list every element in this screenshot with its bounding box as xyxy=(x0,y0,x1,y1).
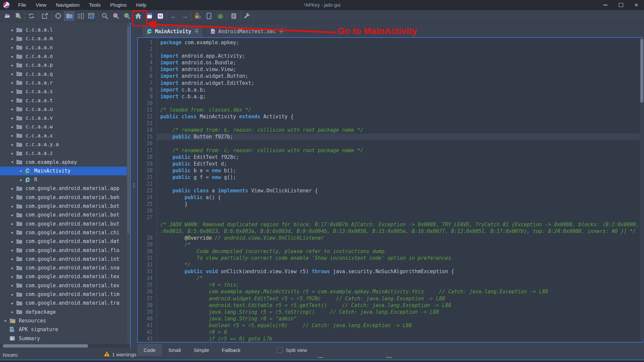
expander-collapsed-icon[interactable]: ▶ xyxy=(9,116,16,120)
export-icon[interactable] xyxy=(39,11,50,21)
expander-collapsed-icon[interactable]: ▶ xyxy=(9,37,16,41)
expander-collapsed-icon[interactable]: ▶ xyxy=(9,99,16,102)
expander-collapsed-icon[interactable]: ▶ xyxy=(9,63,16,67)
device-debug-icon[interactable] xyxy=(204,11,215,21)
expander-collapsed-icon[interactable]: ▶ xyxy=(9,275,16,279)
menu-tools[interactable]: Tools xyxy=(84,2,105,8)
warnings-status[interactable]: 1 warnings xyxy=(104,351,137,357)
expander-collapsed-icon[interactable]: ▶ xyxy=(9,293,16,296)
sync-wheel-icon[interactable] xyxy=(53,11,64,21)
tree-item-com-google-android-material-chi[interactable]: ▶com.google.android.material.chi xyxy=(0,228,131,237)
tree-item-com-example-apkey[interactable]: ▼com.example.apkey xyxy=(0,158,131,166)
tree-item-c-c-a-a-t[interactable]: ▶c.c.a.a.t xyxy=(0,96,131,105)
expander-collapsed-icon[interactable]: ▶ xyxy=(9,81,16,84)
tree-item-defpackage[interactable]: ▶defpackage xyxy=(0,308,131,316)
tree-item-c-c-a-a-q[interactable]: ▶c.c.a.a.q xyxy=(0,69,131,78)
tree-item-com-google-android-material-app[interactable]: ▶com.google.android.material.app xyxy=(0,184,131,193)
tree-item-com-google-android-material-tex[interactable]: ▶com.google.android.material.tex xyxy=(0,272,131,281)
tree-item-c-c-a-a-x[interactable]: ▶c.c.a.a.x xyxy=(0,131,131,140)
tree-item-c-c-a-a-u[interactable]: ▶c.c.a.a.u xyxy=(0,105,131,114)
class-search-icon[interactable] xyxy=(110,11,121,21)
nav-forward-icon[interactable]: → xyxy=(179,11,190,21)
reload-icon[interactable] xyxy=(26,11,37,21)
tree-item-summary[interactable]: Summary xyxy=(0,334,131,343)
tree-item-c-c-a-a-r[interactable]: ▶c.c.a.a.r xyxy=(0,78,131,87)
flat-packages-icon[interactable] xyxy=(64,11,75,21)
expander-collapsed-icon[interactable]: ▶ xyxy=(2,319,9,322)
tree-item-com-google-android-material-bot[interactable]: ▶com.google.android.material.bot xyxy=(0,202,131,210)
view-tab-simple[interactable]: Simple xyxy=(187,344,215,356)
tree-item-com-google-android-material-but[interactable]: ▶com.google.android.material.but xyxy=(0,220,131,228)
expander-collapsed-icon[interactable]: ▶ xyxy=(9,55,16,58)
expander-collapsed-icon[interactable]: ▶ xyxy=(9,310,16,314)
expander-collapsed-icon[interactable]: ▶ xyxy=(9,301,16,305)
preferences-wrench-icon[interactable] xyxy=(241,11,253,21)
close-button[interactable]: × xyxy=(629,0,644,10)
expander-collapsed-icon[interactable]: ▶ xyxy=(9,248,16,252)
split-view-checkbox[interactable] xyxy=(277,347,283,353)
log-viewer-icon[interactable] xyxy=(228,11,239,21)
tree-item-c-c-a-a-m[interactable]: ▶c.c.a.a.m xyxy=(0,34,131,43)
expander-collapsed-icon[interactable]: ▶ xyxy=(9,213,16,217)
expander-collapsed-icon[interactable]: ▶ xyxy=(9,107,16,111)
tree-item-resources[interactable]: ▶Resources xyxy=(0,316,131,325)
expander-collapsed-icon[interactable]: ▶ xyxy=(9,204,16,208)
tree-item-c-c-a-a-v[interactable]: ▶c.c.a.a.v xyxy=(0,114,131,122)
main-activity-home-icon[interactable] xyxy=(132,11,144,21)
expander-collapsed-icon[interactable]: ▶ xyxy=(17,169,25,173)
comment-search-icon[interactable] xyxy=(121,11,132,21)
expander-collapsed-icon[interactable]: ▶ xyxy=(9,266,16,270)
pin-icon[interactable] xyxy=(195,29,199,34)
bottom-drag-handle-icon[interactable]: ••• xyxy=(386,355,392,359)
list-view-icon[interactable] xyxy=(75,11,86,21)
tab-androidmanifest-xml[interactable]: MLAndroidManifest.xml xyxy=(206,25,287,37)
editor-vertical-scrollbar[interactable] xyxy=(640,38,644,341)
split-view-toggle[interactable]: Split view xyxy=(277,347,307,353)
expander-collapsed-icon[interactable]: ▶ xyxy=(9,240,16,243)
nav-back-icon[interactable]: ← xyxy=(168,11,179,21)
tab-mainactivity[interactable]: MainActivity xyxy=(143,25,203,37)
expander-collapsed-icon[interactable]: ▶ xyxy=(9,231,16,234)
tree-item-com-google-android-material-dat[interactable]: ▶com.google.android.material.dat xyxy=(0,237,131,246)
tree-item-c-c-a-a-w[interactable]: ▶c.c.a.a.w xyxy=(0,122,131,131)
menu-file[interactable]: File xyxy=(13,2,31,8)
expander-collapsed-icon[interactable]: ▶ xyxy=(9,72,16,76)
open-file-icon[interactable] xyxy=(1,11,12,21)
menu-view[interactable]: View xyxy=(31,2,51,8)
panel-splitter[interactable] xyxy=(131,22,137,349)
tree-item-r[interactable]: ▶R xyxy=(0,175,131,184)
expander-collapsed-icon[interactable]: ▶ xyxy=(17,178,25,182)
tree-item-c-c-a-a-n[interactable]: ▶c.c.a.a.n xyxy=(0,43,131,52)
text-search-icon[interactable] xyxy=(99,11,110,21)
expander-collapsed-icon[interactable]: ▶ xyxy=(9,90,16,94)
expander-collapsed-icon[interactable]: ▶ xyxy=(9,257,16,261)
minimize-button[interactable] xyxy=(598,0,613,10)
view-tab-smali[interactable]: Smali xyxy=(162,344,187,356)
tree-item-c-c-a-a-o[interactable]: ▶c.c.a.a.o xyxy=(0,52,131,61)
expander-collapsed-icon[interactable]: ▶ xyxy=(9,46,16,49)
expander-collapsed-icon[interactable]: ▶ xyxy=(9,195,16,199)
debug-bug-icon[interactable] xyxy=(215,11,226,21)
tree-item-c-c-a-a-p[interactable]: ▶c.c.a.a.p xyxy=(0,61,131,69)
tree-item-c-c-a-a-l[interactable]: ▶c.c.a.a.l xyxy=(0,25,131,34)
tree-item-com-google-android-material-int[interactable]: ▶com.google.android.material.int xyxy=(0,255,131,263)
code-editor[interactable]: 1234567891011121314151617181920212223242… xyxy=(137,37,643,343)
view-tab-fallback[interactable]: Fallback xyxy=(215,344,247,356)
add-files-icon[interactable] xyxy=(12,11,23,21)
expander-collapsed-icon[interactable]: ▶ xyxy=(9,143,16,146)
tree-item-com-google-android-material-tex[interactable]: ▶com.google.android.material.tex xyxy=(0,281,131,290)
tree-item-c-c-a-a-y-a[interactable]: ▶c.c.a.a.y.a xyxy=(0,140,131,149)
tree-item-com-google-android-material-sna[interactable]: ▶com.google.android.material.sna xyxy=(0,263,131,272)
view-tab-code[interactable]: Code xyxy=(137,344,162,356)
tree-item-com-google-android-material-tim[interactable]: ▶com.google.android.material.tim xyxy=(0,290,131,299)
expander-collapsed-icon[interactable]: ▶ xyxy=(9,187,16,190)
tree-item-c-c-a-a-s[interactable]: ▶c.c.a.a.s xyxy=(0,87,131,96)
tree-item-c-c-a-a-z[interactable]: ▶c.c.a.a.z xyxy=(0,149,131,158)
expander-collapsed-icon[interactable]: ▶ xyxy=(9,125,16,129)
tree-item-mainactivity[interactable]: ▶MainActivity xyxy=(0,167,131,175)
pin-icon[interactable] xyxy=(279,29,283,34)
bottom-drag-handle-icon[interactable]: ••• xyxy=(318,355,324,359)
menu-navigation[interactable]: Navigation xyxy=(51,2,84,8)
maximize-button[interactable] xyxy=(613,0,629,10)
tree-item-apk-signature[interactable]: APK signature xyxy=(0,325,131,334)
